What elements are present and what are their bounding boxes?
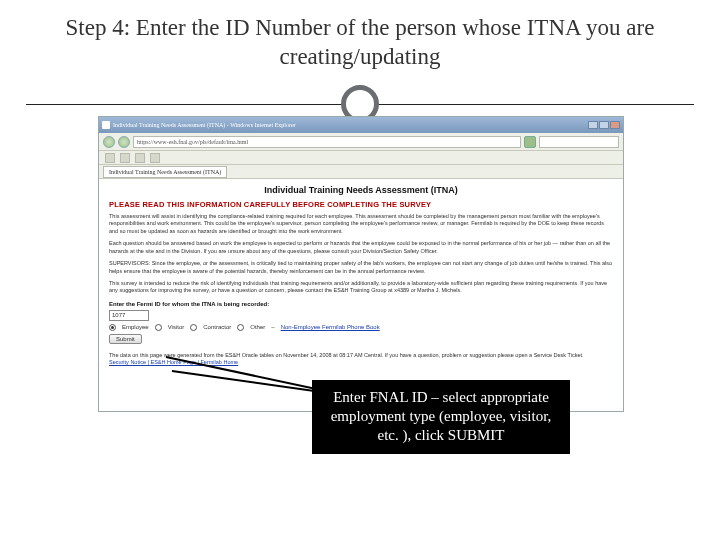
non-employee-link[interactable]: Non-Employee Fermilab Phone Book: [281, 324, 380, 330]
fermi-id-input[interactable]: 1077: [109, 310, 149, 321]
radio-contractor-label: Contractor: [203, 324, 231, 330]
window-favicon: [102, 121, 110, 129]
window-title-text: Individual Training Needs Assessment (IT…: [113, 122, 296, 128]
window-titlebar: Individual Training Needs Assessment (IT…: [99, 117, 623, 133]
browser-tab[interactable]: Individual Training Needs Assessment (IT…: [103, 166, 227, 178]
radio-employee[interactable]: [109, 324, 116, 331]
red-warning-banner: PLEASE READ THIS INFORMATION CAREFULLY B…: [109, 200, 613, 209]
forward-button[interactable]: [118, 136, 130, 148]
url-field[interactable]: https://www-esh.fnal.gov/pls/default/itn…: [133, 136, 521, 148]
id-input-row: 1077: [109, 310, 613, 321]
footer-links[interactable]: Security Notice | ES&H Home Page | Fermi…: [109, 359, 238, 365]
radio-other[interactable]: [237, 324, 244, 331]
back-button[interactable]: [103, 136, 115, 148]
address-bar: https://www-esh.fnal.gov/pls/default/itn…: [99, 133, 623, 151]
intro-paragraph-4: This survey is intended to reduce the ri…: [109, 280, 613, 295]
home-icon[interactable]: [150, 153, 160, 163]
radio-visitor-label: Visitor: [168, 324, 185, 330]
tab-bar: Individual Training Needs Assessment (IT…: [99, 165, 623, 179]
page-content: Individual Training Needs Assessment (IT…: [99, 179, 623, 412]
supervisors-paragraph: SUPERVISORS: Since the employee, or the …: [109, 260, 613, 275]
embedded-browser-screenshot: Individual Training Needs Assessment (IT…: [98, 116, 624, 412]
intro-paragraph-2: Each question should be answered based o…: [109, 240, 613, 255]
window-buttons: [588, 121, 620, 129]
submit-button[interactable]: Submit: [109, 334, 142, 344]
feeds-icon[interactable]: [120, 153, 130, 163]
radio-contractor[interactable]: [190, 324, 197, 331]
radio-employee-label: Employee: [122, 324, 149, 330]
minimize-icon[interactable]: [588, 121, 598, 129]
radio-other-label: Other: [250, 324, 265, 330]
radio-visitor[interactable]: [155, 324, 162, 331]
page-heading: Individual Training Needs Assessment (IT…: [109, 185, 613, 195]
close-icon[interactable]: [610, 121, 620, 129]
browser-toolbar: [99, 151, 623, 165]
go-button[interactable]: [524, 136, 536, 148]
instruction-callout: Enter FNAL ID – select appropriate emplo…: [312, 380, 570, 454]
intro-paragraph-1: This assessment will assist in identifyi…: [109, 213, 613, 235]
employment-type-row: Employee Visitor Contractor Other – Non-…: [109, 324, 613, 331]
favorites-icon[interactable]: [105, 153, 115, 163]
id-prompt: Enter the Fermi ID for whom the ITNA is …: [109, 301, 613, 307]
slide-title: Step 4: Enter the ID Number of the perso…: [0, 0, 720, 80]
browser-search-box[interactable]: [539, 136, 619, 148]
print-icon[interactable]: [135, 153, 145, 163]
maximize-icon[interactable]: [599, 121, 609, 129]
